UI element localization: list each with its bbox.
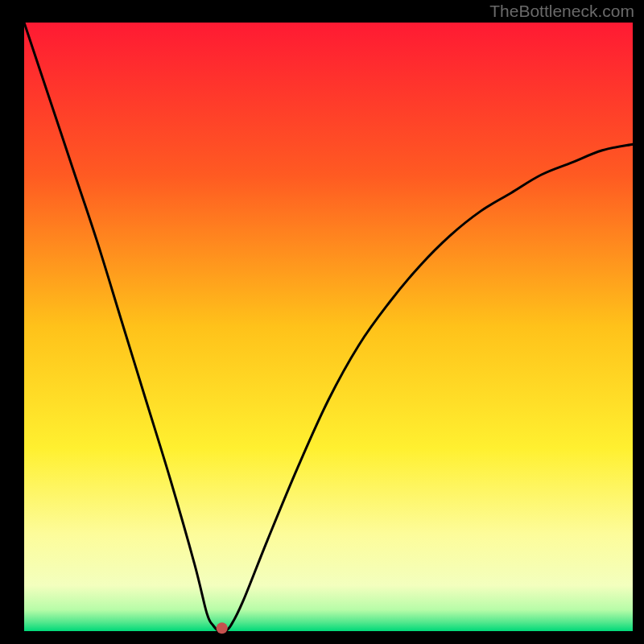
bottleneck-chart [0,0,644,644]
chart-frame: TheBottleneck.com [0,0,644,644]
optimum-marker [217,622,228,634]
plot-background [24,23,633,631]
